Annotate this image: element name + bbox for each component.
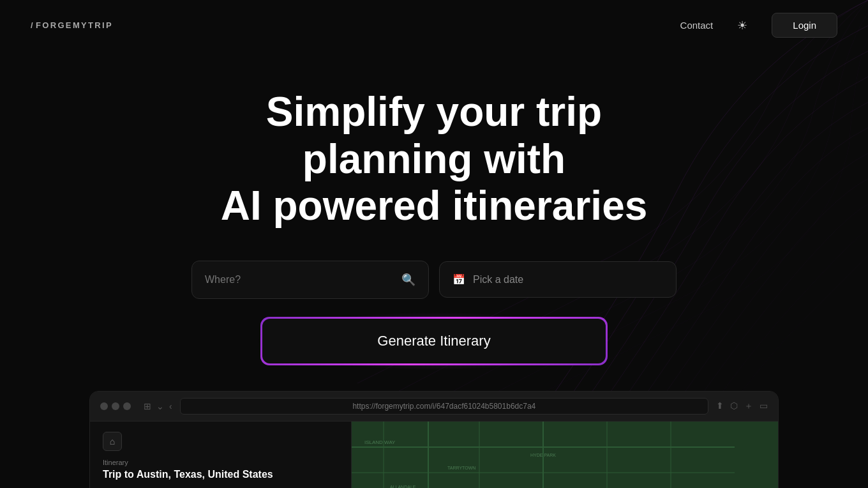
hero-line1: Simplify your trip planning with [266, 89, 602, 182]
search-icon: 🔍 [401, 273, 415, 287]
sidebar-icon: ▭ [760, 400, 768, 412]
itinerary-label: Itinerary [103, 459, 338, 466]
svg-rect-0 [352, 422, 778, 488]
date-picker-box[interactable]: 📅 Pick a date [439, 261, 677, 298]
browser-content: ⌂ Itinerary Trip to Austin, Texas, Unite… [90, 422, 778, 488]
logo-text: FORGEMYTRIP [36, 20, 113, 30]
add-tab-icon: ＋ [744, 400, 753, 412]
browser-mockup-wrap: ⊞ ⌄ ‹ https://forgemytrip.com/i/647dacf6… [77, 391, 791, 488]
generate-button-wrap: Generate Itinerary [0, 317, 868, 365]
share-icon: ⬆ [716, 400, 724, 412]
theme-toggle-button[interactable]: ☀ [733, 17, 751, 34]
browser-nav-buttons: ⊞ ⌄ ‹ [144, 401, 172, 411]
browser-mockup: ⊞ ⌄ ‹ https://forgemytrip.com/i/647dacf6… [89, 391, 779, 488]
browser-map-panel: ISLAND WAY TARRYTOWN HYDE PARK ALLANDALE… [352, 422, 778, 488]
grid-icon: ⊞ [144, 401, 151, 411]
generate-button-outer: Generate Itinerary [260, 317, 607, 365]
svg-text:TARRYTOWN: TARRYTOWN [447, 466, 475, 470]
home-icon: ⌂ [103, 432, 122, 451]
logo-slash: / [31, 20, 34, 30]
hero-line2: AI powered itineraries [179, 183, 689, 230]
hero-section: Simplify your trip planning with AI powe… [0, 50, 868, 230]
login-button[interactable]: Login [772, 13, 837, 38]
calendar-icon: 📅 [453, 273, 465, 286]
location-input[interactable] [205, 274, 394, 286]
svg-text:HYDE PARK: HYDE PARK [530, 453, 556, 457]
browser-left-panel: ⌂ Itinerary Trip to Austin, Texas, Unite… [90, 422, 352, 488]
itinerary-title: Trip to Austin, Texas, United States [103, 469, 338, 480]
chevron-icon: ⌄ [156, 401, 164, 411]
navbar: /FORGEMYTRIP Contact ☀ Login [0, 0, 868, 50]
svg-text:ISLAND WAY: ISLAND WAY [364, 439, 396, 445]
upload-icon: ⬡ [730, 400, 738, 412]
search-row: 🔍 📅 Pick a date [179, 261, 689, 299]
contact-link[interactable]: Contact [680, 20, 714, 31]
browser-window-controls [100, 402, 131, 410]
browser-bar: ⊞ ⌄ ‹ https://forgemytrip.com/i/647dacf6… [90, 392, 778, 422]
location-search-box[interactable]: 🔍 [191, 261, 429, 299]
nav-right: Contact ☀ Login [680, 13, 837, 38]
map-background: ISLAND WAY TARRYTOWN HYDE PARK ALLANDALE… [352, 422, 778, 488]
close-dot [100, 402, 108, 410]
logo: /FORGEMYTRIP [31, 20, 114, 30]
browser-action-icons: ⬆ ⬡ ＋ ▭ [716, 400, 768, 412]
generate-itinerary-button[interactable]: Generate Itinerary [262, 319, 605, 363]
url-bar[interactable]: https://forgemytrip.com/i/647dacf61024b5… [180, 398, 708, 415]
back-icon: ‹ [169, 401, 172, 411]
date-placeholder: Pick a date [473, 274, 523, 286]
maximize-dot [123, 402, 131, 410]
hero-title: Simplify your trip planning with AI powe… [179, 89, 689, 230]
minimize-dot [112, 402, 119, 410]
svg-text:ALLANDALE: ALLANDALE [390, 485, 416, 488]
